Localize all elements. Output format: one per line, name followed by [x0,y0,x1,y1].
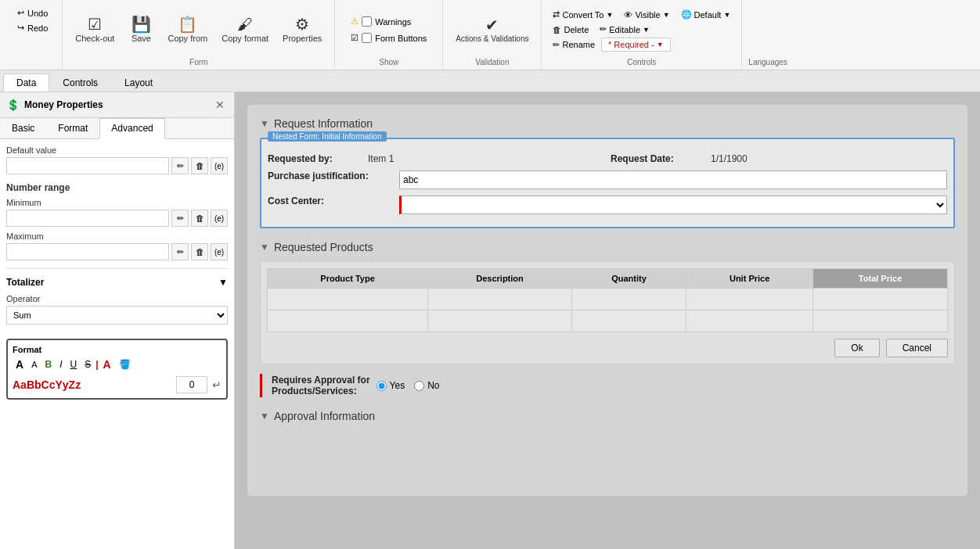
inner-tab-advanced[interactable]: Advanced [99,118,164,139]
format-enter-btn[interactable]: ↵ [212,379,222,391]
yes-radio[interactable] [377,381,387,391]
yes-radio-label[interactable]: Yes [377,380,405,391]
col-quantity: Quantity [571,269,686,289]
tab-bar: Data Controls Layout [0,70,980,92]
cost-center-row: Cost Center: [268,196,947,214]
maximum-expr-btn[interactable]: (e) [211,243,228,260]
form-area: ▼ Request Information Nested Form: Initi… [247,105,967,496]
minimum-input[interactable] [6,210,169,227]
redo-icon: ↪ [17,23,24,33]
request-date-field: Request Date: 1/1/1900 [611,153,947,164]
totalizer-section: Totalizer ▼ Operator Sum Average Count M… [6,275,228,331]
show-group: ⚠ Warnings ☑ Form Buttons Show [335,0,443,70]
warnings-checkbox[interactable] [362,16,372,27]
table-row [268,289,948,310]
panel-content: Default value ✏ 🗑 (e) Number range Minim… [0,139,234,406]
form-buttons-checkbox-label[interactable]: ☑ Form Buttons [348,31,430,45]
request-info-header[interactable]: ▼ Request Information [260,117,955,130]
products-chevron-icon: ▼ [260,242,269,253]
panel-close-button[interactable]: ✕ [212,97,228,113]
delete-button[interactable]: 🗑 Delete [548,23,593,36]
ok-button[interactable]: Ok [834,339,879,357]
inner-tabs: Basic Format Advanced [0,118,234,139]
visible-button[interactable]: 👁 Visible ▼ [619,9,674,21]
font-color-btn[interactable]: A [100,357,114,371]
cost-center-select[interactable] [399,196,947,214]
default-value-input[interactable] [6,157,169,174]
purchase-just-input[interactable] [399,170,947,189]
form-group: ☑ Check-out 💾 Save 📋 Copy from 🖌 Copy fo… [63,0,335,70]
approval-radio-group: Yes No [377,380,440,391]
convert-to-button[interactable]: ⇄ Convert To ▼ [548,8,618,21]
maximum-edit-btn[interactable]: ✏ [171,243,189,260]
minimum-delete-btn[interactable]: 🗑 [191,210,208,227]
tab-data[interactable]: Data [3,74,49,92]
editable-button[interactable]: ✏ Editable ▼ [595,23,654,36]
request-info-section: ▼ Request Information Nested Form: Initi… [260,117,955,228]
approval-label: Requires Approval for [272,375,370,386]
toolbar: ↩ Undo ↪ Redo ☑ Check-out 💾 Save 📋 Copy … [0,0,980,70]
inner-tab-format[interactable]: Format [46,118,99,138]
eye-icon: 👁 [624,10,632,20]
minimum-edit-btn[interactable]: ✏ [171,210,189,227]
requested-products-header[interactable]: ▼ Requested Products [260,241,955,253]
tab-layout[interactable]: Layout [111,74,166,92]
checkout-button[interactable]: ☑ Check-out [69,13,121,46]
col-total-price: Total Price [813,269,948,289]
rename-button[interactable]: ✏ Rename [548,38,600,52]
properties-button[interactable]: ⚙ Properties [276,13,328,46]
approval-info-chevron-icon: ▼ [260,411,269,422]
operator-select[interactable]: Sum Average Count Min Max [6,306,228,325]
bold-btn[interactable]: B [41,358,55,371]
actions-icon: ✔ [485,17,499,33]
panel-title: 💲 Money Properties [6,99,103,111]
undo-button[interactable]: ↩ Undo [13,6,52,20]
italic-btn[interactable]: I [56,358,65,371]
format-number-input[interactable] [176,376,207,393]
request-info-chevron-icon: ▼ [260,118,269,129]
copy-format-button[interactable]: 🖌 Copy format [215,13,275,46]
redo-button[interactable]: ↪ Redo [13,21,52,34]
maximum-input[interactable] [6,243,169,260]
undo-icon: ↩ [17,8,24,18]
save-button[interactable]: 💾 Save [122,13,160,46]
format-preview-row: AaBbCcYyZz ↵ [13,376,222,393]
underline-btn[interactable]: U [67,358,80,371]
actions-button[interactable]: ✔ Actions & Validations [449,14,535,46]
tab-controls[interactable]: Controls [49,74,111,92]
approval-row: Requires Approval for Products/Services:… [260,374,955,397]
col-unit-price: Unit Price [686,269,813,289]
inner-tab-basic[interactable]: Basic [0,118,46,138]
cancel-button[interactable]: Cancel [886,339,948,357]
default-value-edit-btn[interactable]: ✏ [171,157,189,174]
main-layout: 💲 Money Properties ✕ Basic Format Advanc… [0,92,980,549]
font-size-small-btn[interactable]: A [28,359,40,370]
default-button[interactable]: 🌐 Default ▼ [676,8,736,21]
maximum-delete-btn[interactable]: 🗑 [191,243,208,260]
requested-by-field: Requested by: Item 1 [268,153,604,164]
table-row [268,310,948,332]
purchase-just-row: Purchase justification: [268,170,947,189]
copy-from-button[interactable]: 📋 Copy from [161,13,214,46]
strikethrough-btn[interactable]: S [81,358,94,371]
col-product-type: Product Type [268,269,428,289]
editable-icon: ✏ [600,24,607,34]
form-buttons-checkbox[interactable] [362,33,372,43]
default-value-expr-btn[interactable]: (e) [211,157,228,174]
approval-info-header[interactable]: ▼ Approval Information [260,410,955,422]
warnings-checkbox-label[interactable]: ⚠ Warnings [348,15,430,28]
font-size-large-btn[interactable]: A [13,357,27,371]
no-radio[interactable] [414,381,424,391]
minimum-expr-btn[interactable]: (e) [211,210,228,227]
requested-products-section: ▼ Requested Products Product Type Descri… [260,241,955,397]
default-value-delete-btn[interactable]: 🗑 [191,157,208,174]
products-table: Product Type Description Quantity Unit P… [267,268,948,332]
format-box: Format A A B I U S | A 🪣 AaBbCcYyZz ↵ [6,339,228,400]
properties-icon: ⚙ [295,16,309,32]
actions-group: ✔ Actions & Validations Validation [443,0,542,70]
default-icon: 🌐 [681,9,692,20]
no-radio-label[interactable]: No [414,380,439,391]
totalizer-header[interactable]: Totalizer ▼ [6,275,228,289]
fill-color-btn[interactable]: 🪣 [116,358,134,371]
form-buttons-icon: ☑ [351,33,358,43]
